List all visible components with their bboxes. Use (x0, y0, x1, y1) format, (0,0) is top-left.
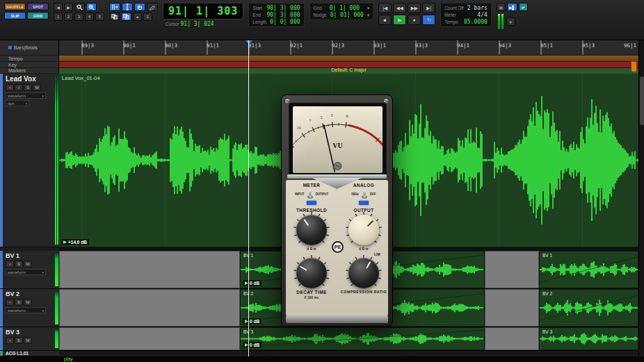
start-value[interactable]: 90| 3| 000 (266, 5, 300, 11)
record-button[interactable]: ● (408, 15, 421, 25)
clip-muted-bv1[interactable] (59, 251, 240, 288)
zoom-in-icon[interactable] (86, 3, 97, 11)
record-arm-button[interactable]: ● (6, 261, 14, 268)
ruler-row-tempo[interactable]: Tempo (0, 56, 58, 62)
compressor-plugin-window[interactable]: 201075303VU METER ANALOG INPUT OUTPUT 50… (281, 94, 393, 327)
length-value[interactable]: 0| 0| 000 (270, 19, 300, 25)
mute-button[interactable]: M (24, 261, 32, 268)
input-monitor-button[interactable]: I (15, 84, 23, 91)
clip-muted-bv1-b[interactable] (485, 251, 539, 288)
nudge-value[interactable]: 0| 01| 000 (330, 12, 364, 18)
clip-gain-indicator[interactable]: 0 dB (243, 280, 261, 286)
track-lane-acg[interactable] (59, 351, 638, 356)
ruler-canvas[interactable]: 89|390|190|391|191|392|192|393|193|394|1… (59, 40, 638, 74)
record-arm-button[interactable]: ● (6, 84, 14, 91)
track-header-bv3[interactable]: BV 3 ● S M (0, 327, 59, 351)
go-to-end-button[interactable]: ▶| (422, 3, 435, 13)
clip-gain-indicator[interactable]: +14.0 dB (61, 239, 89, 245)
zoom-preset-2-button[interactable]: 2 (64, 13, 73, 21)
play-button[interactable]: ▶ (393, 15, 406, 25)
record-arm-button[interactable]: ● (6, 299, 14, 306)
zoom-preset-4-button[interactable]: 4 (85, 13, 94, 21)
return-to-zero-button[interactable]: |◀ (378, 3, 392, 13)
toolbar-menu-icon[interactable]: ▾ (506, 17, 515, 26)
clip-bv2-b[interactable]: BV 2 (539, 289, 638, 327)
volume-automation-line[interactable] (540, 252, 638, 288)
trim-tool-icon[interactable] (109, 3, 120, 11)
main-counter[interactable]: 91| 1| 303 (163, 3, 243, 19)
insertion-follows-playback-icon[interactable]: ▾ (133, 13, 142, 21)
grid-value[interactable]: 0| 1| 000 (330, 5, 360, 11)
synchronization-icon[interactable]: ⇄ (519, 3, 528, 11)
track-header-acg[interactable]: ACG L1.01 (0, 351, 59, 356)
mirror-midi-icon[interactable]: ≡ (143, 13, 152, 21)
volume-automation-line[interactable] (540, 290, 638, 326)
tempo-value[interactable]: 85.0000 (464, 19, 488, 25)
solo-button[interactable]: S (15, 261, 23, 268)
count-off-value[interactable]: 2 bars (467, 5, 488, 11)
clip-muted-bv2[interactable] (59, 289, 240, 327)
timeline-end-marker[interactable] (631, 61, 637, 72)
volume-automation-line[interactable] (241, 328, 484, 349)
mute-button[interactable]: M (24, 299, 32, 306)
zoom-left-arrow-button[interactable]: ◀ (54, 3, 63, 11)
nudge-caret-icon[interactable]: ▾ (367, 13, 369, 18)
vertical-scrollbar[interactable] (638, 40, 644, 362)
grabber-tool-icon[interactable] (134, 3, 145, 11)
mute-button[interactable]: M (33, 84, 41, 91)
track-name-bv1[interactable]: BV 1 (6, 252, 59, 259)
solo-button[interactable]: S (24, 84, 32, 91)
clip-bv3-a[interactable]: BV 3 0 dB (240, 327, 485, 350)
track-name-bv2[interactable]: BV 2 (6, 290, 59, 297)
track-view-selector[interactable]: waveform▾ (6, 92, 46, 99)
analog-toggle-switch[interactable] (360, 190, 369, 199)
playback-caret-icon[interactable] (245, 40, 252, 44)
track-header-bv2[interactable]: BV 2 ● S M waveform▾ (0, 289, 59, 327)
output-meters-icon[interactable]: ▤ (497, 3, 506, 11)
threshold-knob[interactable] (296, 215, 327, 245)
mode-spot-button[interactable]: SPOT (27, 3, 49, 10)
link-edit-icon[interactable] (121, 13, 131, 21)
track-lane-bv3[interactable]: BV 3 0 dB BV 3 (59, 327, 638, 351)
clip-bv1-b[interactable]: BV 1 (539, 251, 638, 288)
mute-button[interactable]: M (24, 337, 32, 344)
track-name-bv3[interactable]: BV 3 (6, 329, 59, 336)
automation-mode-selector[interactable]: dyn▾ (6, 100, 29, 106)
solo-button[interactable]: S (15, 337, 23, 344)
clip-gain-indicator[interactable]: 0 dB (243, 342, 261, 348)
selector-tool-icon[interactable] (122, 3, 133, 11)
bars-beats-ruler[interactable]: 89|390|190|391|191|392|192|393|193|394|1… (59, 40, 638, 56)
track-view-selector[interactable]: waveform▾ (6, 307, 46, 313)
loop-playback-icon[interactable]: ↻ (422, 15, 435, 25)
track-header-bv1[interactable]: BV 1 ● S M waveform▾ (0, 251, 59, 289)
zoom-preset-5-button[interactable]: 5 (95, 13, 104, 21)
stop-button[interactable]: ■ (378, 15, 392, 25)
track-view-selector[interactable]: waveform▾ (6, 269, 46, 275)
clip-muted-bv3-b[interactable] (485, 327, 539, 350)
ruler-row-bars-beats[interactable]: Bars|Beats (0, 40, 58, 56)
solo-button[interactable]: S (15, 299, 23, 306)
key-ruler[interactable]: Default: C major (59, 62, 638, 68)
clip-muted-bv2-b[interactable] (485, 289, 539, 327)
record-arm-button[interactable]: ● (6, 337, 14, 344)
midi-controls-icon[interactable]: ▶▌ (507, 3, 517, 11)
ruler-row-key[interactable]: Key (0, 62, 58, 68)
mode-grid-button[interactable]: GRID (27, 12, 49, 19)
clip-gain-indicator[interactable]: 0 dB (243, 318, 261, 324)
end-value[interactable]: 90| 3| 000 (266, 12, 300, 18)
fast-forward-button[interactable]: ▶▶ (408, 3, 421, 13)
output-knob[interactable] (348, 215, 379, 245)
ruler-row-markers[interactable]: Markers (0, 68, 58, 74)
mode-shuffle-button[interactable]: SHUFFLE (4, 3, 26, 10)
meter-value[interactable]: 4/4 (477, 12, 487, 18)
scrollbar-thumb[interactable] (640, 76, 644, 125)
meter-toggle-switch[interactable] (306, 190, 314, 199)
tempo-ruler[interactable] (59, 56, 638, 62)
link-timeline-icon[interactable] (109, 13, 120, 21)
grid-caret-icon[interactable]: ▾ (367, 6, 369, 11)
decay-time-knob[interactable] (296, 258, 327, 288)
zoom-preset-1-button[interactable]: 1 (54, 13, 63, 21)
rewind-button[interactable]: ◀◀ (393, 3, 406, 13)
mode-slip-button[interactable]: SLIP (4, 12, 26, 19)
track-header-lead-vox[interactable]: Lead Vox ● I S M waveform▾ dyn▾ (0, 74, 59, 247)
